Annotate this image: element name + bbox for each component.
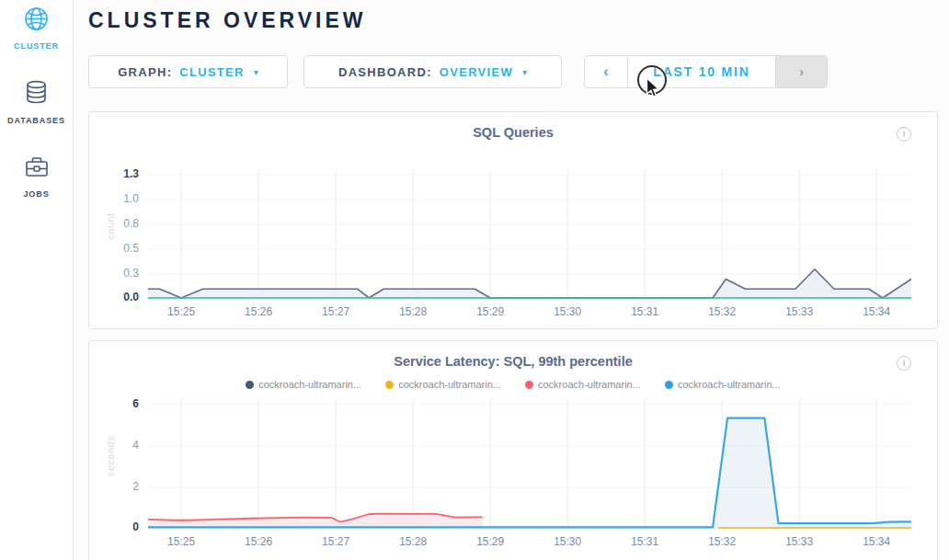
legend-item: cockroach-ultramarin... (246, 379, 361, 390)
time-range-picker: ‹ LAST 10 MIN › (584, 55, 828, 88)
x-tick-label: 15:25 (154, 305, 209, 318)
x-tick-label: 15:29 (463, 535, 518, 548)
y-tick-label: 4 (98, 439, 139, 451)
x-tick-label: 15:34 (849, 305, 904, 318)
sidebar-item-label: JOBS (0, 189, 73, 199)
x-tick-label: 15:25 (154, 535, 209, 548)
graph-dropdown-label: GRAPH: (118, 65, 172, 79)
mouse-cursor-icon (646, 77, 662, 102)
legend-label: cockroach-ultramarin... (398, 379, 501, 390)
legend-label: cockroach-ultramarin... (538, 379, 641, 390)
chart-title: SQL Queries (89, 125, 937, 140)
chart-card-service-latency: Service Latency: SQL, 99th percentile ! … (88, 340, 938, 560)
chevron-down-icon: ▾ (522, 67, 527, 77)
y-tick-label: 2 (98, 480, 139, 493)
legend-dot-icon (385, 381, 394, 389)
chart-plot[interactable] (148, 400, 911, 529)
legend-item: cockroach-ultramarin... (385, 379, 501, 390)
globe-icon (24, 6, 49, 35)
legend-label: cockroach-ultramarin... (678, 379, 781, 390)
x-tick-label: 15:28 (385, 305, 440, 318)
legend-dot-icon (246, 381, 254, 389)
x-tick-label: 15:34 (849, 535, 904, 548)
sidebar-item-jobs[interactable]: JOBS (0, 154, 73, 199)
x-tick-label: 15:32 (694, 305, 749, 318)
x-tick-label: 15:30 (540, 535, 595, 548)
y-tick-label: 0.0 (98, 291, 139, 303)
info-icon[interactable]: ! (897, 127, 911, 142)
x-tick-label: 15:33 (772, 305, 827, 318)
legend-dot-icon (525, 381, 533, 389)
dashboard-dropdown[interactable]: DASHBOARD: OVERVIEW ▾ (303, 55, 562, 88)
x-tick-label: 15:27 (308, 535, 363, 548)
chevron-right-icon: › (799, 64, 804, 79)
dashboard-dropdown-value: OVERVIEW (440, 65, 513, 79)
x-tick-label: 15:31 (617, 535, 672, 548)
x-tick-label: 15:31 (617, 305, 672, 318)
graph-dropdown[interactable]: GRAPH: CLUSTER ▾ (88, 55, 288, 88)
y-tick-label: 1.0 (98, 192, 139, 205)
chart-plot[interactable] (148, 170, 911, 299)
chart-title: Service Latency: SQL, 99th percentile (89, 354, 937, 369)
y-tick-label: 0 (98, 520, 139, 533)
chart-svg (148, 170, 911, 299)
chart-legend: cockroach-ultramarin...cockroach-ultrama… (89, 379, 937, 390)
chart-card-sql-queries: SQL Queries ! count 0.00.30.50.81.01.315… (88, 111, 938, 329)
sidebar-item-databases[interactable]: DATABASES (0, 80, 73, 125)
dashboard-dropdown-label: DASHBOARD: (338, 65, 432, 79)
page-title: CLUSTER OVERVIEW (88, 8, 367, 33)
y-tick-label: 0.5 (98, 242, 139, 255)
sidebar: CLUSTER DATABASES JOBS (0, 0, 74, 560)
y-tick-label: 0.3 (98, 267, 139, 280)
chevron-down-icon: ▾ (254, 67, 258, 77)
time-range-prev-button[interactable]: ‹ (585, 56, 628, 87)
y-tick-label: 1.3 (98, 167, 139, 180)
x-tick-label: 15:27 (308, 305, 363, 318)
graph-dropdown-value: CLUSTER (179, 65, 245, 79)
sidebar-item-label: CLUSTER (0, 41, 73, 51)
x-tick-label: 15:29 (463, 305, 518, 318)
x-tick-label: 15:32 (694, 535, 749, 548)
chart-svg (148, 400, 911, 529)
database-icon (24, 80, 49, 109)
x-tick-label: 15:26 (231, 535, 286, 548)
briefcase-icon (24, 154, 50, 183)
legend-dot-icon (665, 381, 673, 389)
legend-item: cockroach-ultramarin... (665, 379, 781, 390)
x-tick-label: 15:28 (385, 535, 440, 548)
sidebar-item-cluster[interactable]: CLUSTER (0, 6, 73, 51)
x-tick-label: 15:26 (231, 305, 286, 318)
info-icon[interactable]: ! (897, 356, 911, 371)
x-tick-label: 15:30 (540, 305, 595, 318)
chevron-left-icon: ‹ (603, 63, 608, 80)
x-tick-label: 15:33 (772, 535, 827, 548)
time-range-next-button[interactable]: › (775, 56, 827, 87)
legend-label: cockroach-ultramarin... (258, 379, 361, 390)
y-tick-label: 0.8 (98, 217, 139, 230)
sidebar-item-label: DATABASES (0, 116, 73, 125)
legend-item: cockroach-ultramarin... (525, 379, 641, 390)
y-tick-label: 6 (98, 397, 139, 410)
